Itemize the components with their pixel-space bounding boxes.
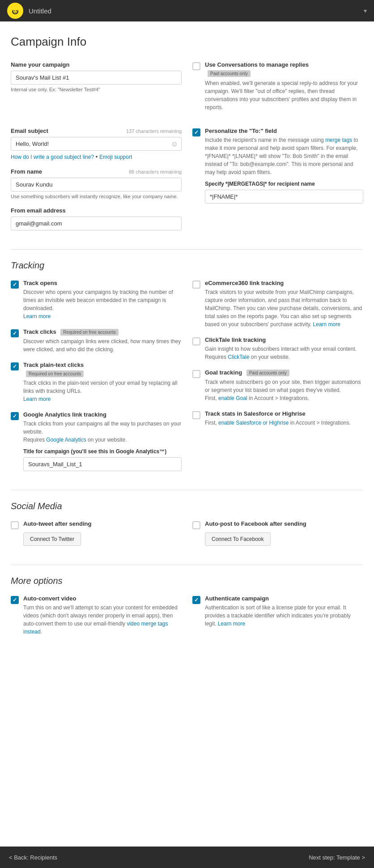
- conversations-option: Use Conversations to manage replies Paid…: [192, 61, 363, 111]
- clicktale-checkbox[interactable]: [192, 337, 200, 345]
- specify-input[interactable]: [205, 190, 363, 204]
- bottombar: < Back: Recipients Next step: Template >: [0, 847, 374, 863]
- track-plain-text-learn-more[interactable]: Learn more: [23, 396, 51, 402]
- clicktale-desc: Gain insight to how subscribers interact…: [205, 345, 357, 361]
- track-opens-learn-more[interactable]: Learn more: [23, 313, 51, 319]
- clicktale-content: ClickTale link tracking Gain insight to …: [205, 336, 357, 361]
- track-clicks-title: Track clicks Required on free accounts: [23, 328, 182, 336]
- auto-tweet-option: Auto-tweet after sending Connect To Twit…: [11, 520, 182, 546]
- from-email-input[interactable]: [11, 217, 182, 230]
- auto-convert-content: Auto-convert video Turn this on and we'l…: [23, 595, 182, 636]
- more-options-section: More options Auto-convert video Turn thi…: [11, 576, 363, 644]
- col-email-subject: Email subject 137 characters remaining ☺…: [11, 128, 182, 238]
- salesforce-checkbox[interactable]: [192, 411, 200, 419]
- ecommerce360-title: eCommerce360 link tracking: [205, 280, 363, 286]
- track-plain-text-checkbox[interactable]: [11, 362, 19, 370]
- track-clicks-content: Track clicks Required on free accounts D…: [23, 328, 182, 353]
- auto-facebook-checkbox[interactable]: [192, 521, 200, 529]
- campaign-name-sub: Internal use only. Ex: "Newsletter Test#…: [11, 87, 182, 92]
- tracking-heading: Tracking: [11, 260, 363, 271]
- track-clicks-desc: Discover which campaign links were click…: [23, 337, 182, 353]
- authenticate-content: Authenticate campaign Authentication is …: [205, 595, 363, 628]
- email-subject-wrapper: ☺: [11, 137, 182, 151]
- goal-tracking-content: Goal tracking Paid accounts only Track w…: [205, 369, 363, 402]
- google-analytics-option: Google Analytics link tracking Track cli…: [11, 411, 182, 471]
- topbar-title: Untitled: [29, 7, 358, 15]
- ecommerce360-option: eCommerce360 link tracking Track visitor…: [192, 280, 363, 328]
- more-options-heading: More options: [11, 576, 363, 586]
- auto-convert-checkbox[interactable]: [11, 596, 19, 604]
- campaign-name-label: Name your campaign: [11, 61, 182, 68]
- social-col-right: Auto-post to Facebook after sending Conn…: [192, 520, 363, 554]
- page-title: Campaign Info: [11, 35, 363, 49]
- tracking-col-left: Track opens Discover who opens your camp…: [11, 280, 182, 479]
- personalize-option: Personalize the "To:" field Include the …: [192, 128, 363, 204]
- clicktale-option: ClickTale link tracking Gain insight to …: [192, 336, 363, 361]
- field-from-name: From name 88 characters remaining Use so…: [11, 168, 182, 199]
- mailchimp-logo: [7, 3, 23, 19]
- next-button[interactable]: Next step: Template >: [309, 854, 365, 861]
- connect-twitter-button[interactable]: Connect To Twitter: [23, 532, 81, 546]
- salesforce-link[interactable]: enable Salesforce or Highrise: [218, 420, 289, 426]
- subject-line-link[interactable]: How do I write a good subject line?: [11, 154, 94, 160]
- ga-title-input[interactable]: [23, 457, 182, 471]
- section-divider-more: [11, 565, 363, 565]
- google-analytics-title: Google Analytics link tracking: [23, 411, 182, 418]
- track-plain-text-desc: Track clicks in the plain-text version o…: [23, 379, 182, 403]
- ecommerce360-checkbox[interactable]: [192, 281, 200, 289]
- emoji-support-link[interactable]: Emoji support: [99, 154, 132, 160]
- track-clicks-badge: Required on free accounts: [60, 329, 118, 336]
- track-opens-option: Track opens Discover who opens your camp…: [11, 280, 182, 320]
- conversations-desc: When enabled, we'll generate a special r…: [205, 79, 363, 111]
- goal-tracking-link[interactable]: enable Goal: [218, 395, 247, 401]
- conversations-badge: Paid accounts only: [208, 70, 251, 77]
- social-media-heading: Social Media: [11, 501, 363, 511]
- track-plain-text-content: Track plain-text clicks Required on free…: [23, 362, 182, 403]
- conversations-content: Use Conversations to manage replies Paid…: [205, 61, 363, 111]
- goal-tracking-checkbox[interactable]: [192, 370, 200, 378]
- ecommerce360-content: eCommerce360 link tracking Track visitor…: [205, 280, 363, 328]
- col-campaign-name: Name your campaign Internal use only. Ex…: [11, 61, 182, 119]
- authenticate-learn-more[interactable]: Learn more: [218, 621, 245, 627]
- track-clicks-checkbox[interactable]: [11, 329, 19, 337]
- personalize-checkbox[interactable]: [192, 128, 200, 136]
- clicktale-link[interactable]: ClickTale: [228, 354, 249, 360]
- track-opens-title: Track opens: [23, 280, 182, 286]
- track-plain-text-title: Track plain-text clicks: [23, 362, 182, 368]
- auto-facebook-option: Auto-post to Facebook after sending Conn…: [192, 520, 363, 546]
- auto-convert-option: Auto-convert video Turn this on and we'l…: [11, 595, 182, 636]
- svg-point-3: [16, 10, 17, 11]
- conversations-checkbox[interactable]: [192, 62, 200, 70]
- col-conversations: Use Conversations to manage replies Paid…: [192, 61, 363, 119]
- from-email-label: From email address: [11, 207, 182, 214]
- email-subject-label: Email subject 137 characters remaining: [11, 128, 182, 134]
- social-media-columns: Auto-tweet after sending Connect To Twit…: [11, 520, 363, 554]
- from-name-input[interactable]: [11, 178, 182, 191]
- campaign-name-input[interactable]: [11, 71, 182, 85]
- section-subject-personalize: Email subject 137 characters remaining ☺…: [11, 128, 363, 238]
- goal-tracking-desc: Track where subscribers go on your site,…: [205, 378, 363, 402]
- link-separator: •: [96, 153, 99, 160]
- authenticate-desc: Authentication is sort of like a license…: [205, 604, 363, 628]
- track-opens-checkbox[interactable]: [11, 281, 19, 289]
- authenticate-checkbox[interactable]: [192, 596, 200, 604]
- section-divider-tracking: [11, 249, 363, 250]
- google-analytics-link[interactable]: Google Analytics: [46, 437, 86, 443]
- email-subject-input[interactable]: [11, 137, 182, 151]
- field-campaign-name: Name your campaign Internal use only. Ex…: [11, 61, 182, 92]
- auto-facebook-content: Auto-post to Facebook after sending Conn…: [205, 520, 306, 546]
- ecommerce360-learn-more[interactable]: Learn more: [313, 321, 340, 328]
- merge-tags-link[interactable]: merge tags: [325, 137, 352, 143]
- salesforce-content: Track stats in Salesforce or Highrise Fi…: [205, 410, 351, 427]
- social-media-section: Social Media Auto-tweet after sending Co…: [11, 501, 363, 554]
- auto-tweet-checkbox[interactable]: [11, 521, 19, 529]
- back-button[interactable]: < Back: Recipients: [9, 854, 57, 861]
- topbar: Untitled ▾: [0, 0, 374, 21]
- social-col-left: Auto-tweet after sending Connect To Twit…: [11, 520, 182, 554]
- google-analytics-checkbox[interactable]: [11, 412, 19, 420]
- specify-label: Specify *|MERGETAGS|* for recipient name: [205, 181, 363, 187]
- connect-facebook-button[interactable]: Connect To Facebook: [205, 532, 271, 546]
- emoji-icon[interactable]: ☺: [171, 140, 178, 148]
- clicktale-title: ClickTale link tracking: [205, 336, 357, 343]
- track-clicks-option: Track clicks Required on free accounts D…: [11, 328, 182, 353]
